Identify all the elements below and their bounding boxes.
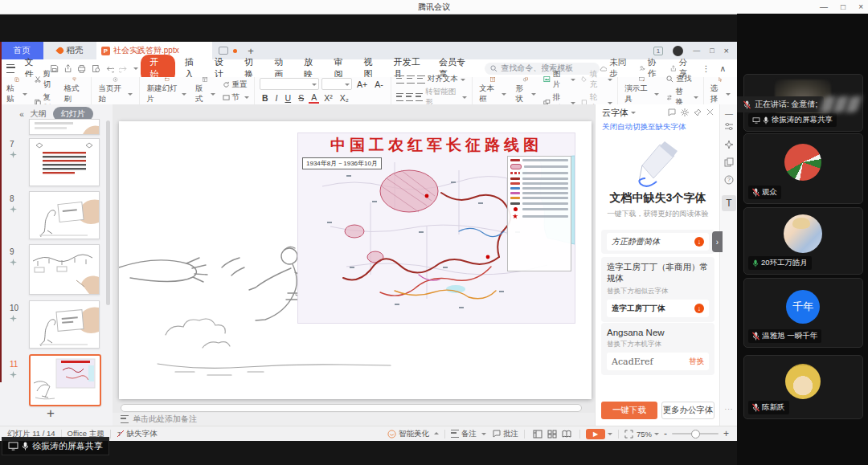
wps-close-button[interactable]: ×: [724, 46, 729, 55]
zoom-slider[interactable]: [672, 433, 719, 434]
quick-access-caret-icon[interactable]: [133, 67, 138, 72]
download-all-button[interactable]: 一键下载: [601, 402, 657, 419]
duplicate-icon[interactable]: [724, 157, 734, 167]
paste-button[interactable]: 粘贴: [3, 77, 31, 104]
long-march-map[interactable]: 中国工农红军长征路线图 1934年8月－1936年10月: [297, 133, 575, 324]
thumbnail-slide-6-partial[interactable]: [29, 119, 100, 135]
thumbnail-slide-7[interactable]: [29, 138, 100, 186]
strip-handle-icon[interactable]: —: [720, 109, 738, 118]
smart-beautify-button[interactable]: 智能美化: [387, 429, 439, 439]
textbox-button[interactable]: 文本框: [476, 77, 510, 104]
pin-icon[interactable]: [694, 108, 702, 116]
font-card[interactable]: 方正静蕾简体 ↓: [601, 230, 714, 254]
collapse-ribbon-icon[interactable]: ∧: [719, 63, 726, 73]
panel-collapse-button[interactable]: «: [19, 110, 24, 119]
play-options-caret-icon[interactable]: [608, 433, 612, 438]
help-icon[interactable]: ?: [724, 175, 734, 185]
superscript-button[interactable]: X²: [321, 93, 335, 103]
grow-font-button[interactable]: A+: [354, 80, 370, 89]
effects-star-icon[interactable]: [724, 140, 734, 149]
missing-font-status[interactable]: T 缺失字体: [117, 429, 158, 439]
new-slide-button[interactable]: 新建幻灯片: [143, 77, 190, 104]
font-color-button[interactable]: A: [309, 92, 319, 104]
collaborate-button[interactable]: 协作: [639, 57, 661, 80]
account-avatar[interactable]: [673, 46, 683, 56]
align-right-icon[interactable]: [416, 93, 423, 101]
subscript-button[interactable]: X₂: [338, 93, 351, 103]
auto-switch-link[interactable]: 关闭自动切换至缺失字体: [602, 122, 686, 133]
current-slide[interactable]: 中国工农红军长征路线图 1934年8月－1936年10月: [119, 121, 592, 399]
close-button[interactable]: ×: [858, 2, 863, 11]
reset-button[interactable]: 重置: [221, 80, 252, 90]
play-from-current-button[interactable]: 当页开始: [95, 77, 136, 104]
more-fonts-button[interactable]: 更多办公字体: [661, 402, 714, 419]
print-icon[interactable]: [77, 63, 86, 74]
fit-window-icon[interactable]: [624, 430, 633, 438]
add-slide-button[interactable]: +: [47, 406, 55, 422]
font-size-select[interactable]: [321, 78, 352, 90]
find-button[interactable]: 查找: [665, 74, 699, 84]
wps-minimize-button[interactable]: —: [693, 47, 700, 55]
italic-button[interactable]: I: [273, 93, 280, 103]
redo-icon[interactable]: [119, 63, 128, 74]
participant-tile[interactable]: 陈新跃: [743, 355, 863, 419]
notes-bar[interactable]: 单击此处添加备注: [113, 413, 603, 426]
minimize-button[interactable]: —: [820, 2, 828, 11]
align-center-icon[interactable]: [406, 93, 413, 101]
download-font-icon[interactable]: ↓: [694, 237, 704, 247]
slide-sorter-icon[interactable]: [547, 430, 557, 438]
horizontal-scrollbar[interactable]: [121, 404, 582, 412]
properties-icon[interactable]: [724, 122, 734, 132]
gear-icon[interactable]: [681, 108, 689, 116]
slideshow-play-button[interactable]: ▶: [586, 429, 605, 439]
underline-button[interactable]: U: [283, 93, 294, 103]
zoom-level[interactable]: 75%: [637, 430, 652, 438]
comments-button[interactable]: 批注: [493, 429, 518, 439]
thumbnail-slide-10[interactable]: [29, 300, 100, 349]
more-menu-icon[interactable]: ⋮: [702, 63, 710, 73]
shape-button[interactable]: 形状: [512, 77, 539, 104]
outline-tab[interactable]: 大纲: [31, 108, 47, 120]
picture-button[interactable]: 图片: [542, 69, 577, 90]
thumbnail-slide-9[interactable]: [29, 244, 100, 295]
participant-tile[interactable]: 20环工万皓月: [743, 207, 863, 275]
strikethrough-button[interactable]: S: [296, 93, 306, 103]
window-count-badge[interactable]: 1: [653, 47, 663, 55]
fill-button[interactable]: 填充: [579, 69, 614, 90]
align-text-button[interactable]: 对齐文本: [428, 74, 465, 84]
font-name-select[interactable]: [260, 78, 319, 90]
zoom-out-button[interactable]: -: [664, 428, 667, 439]
bullets-icon[interactable]: [396, 75, 404, 84]
font-card[interactable]: 造字工房丁丁（非商用）常规体 替换下方相似云字体 造字工房丁丁体 ↓: [601, 257, 714, 322]
strip-more-icon[interactable]: ···: [720, 406, 738, 413]
zoom-in-button[interactable]: +: [723, 428, 729, 439]
shrink-font-button[interactable]: A-: [372, 80, 386, 89]
section-button[interactable]: 节: [221, 92, 252, 103]
cut-button[interactable]: 剪切: [33, 69, 59, 90]
undo-icon[interactable]: [105, 63, 114, 74]
notes-button[interactable]: 备注: [451, 429, 486, 439]
zoom-slider-knob[interactable]: [691, 430, 700, 438]
normal-view-icon[interactable]: [533, 430, 542, 438]
wps-docer-tab[interactable]: 稻壳: [43, 42, 96, 59]
print-preview-icon[interactable]: [92, 63, 100, 74]
align-left-icon[interactable]: [396, 93, 403, 101]
wps-maximize-button[interactable]: □: [710, 47, 714, 55]
presentation-tools-button[interactable]: 演示工具: [621, 77, 662, 104]
replace-font-link[interactable]: 替换: [689, 357, 704, 367]
font-card[interactable]: Angsana New 替换下方本机字体 AcadEref 替换: [601, 323, 714, 375]
select-button[interactable]: 选择: [707, 77, 734, 104]
bold-button[interactable]: B: [260, 93, 271, 103]
participant-tile[interactable]: 千年 温雅旭 一瞬千年: [743, 278, 863, 348]
download-font-icon[interactable]: ↓: [694, 304, 704, 313]
line-spacing-icon[interactable]: [417, 75, 425, 84]
panel-title-caret-icon[interactable]: [631, 112, 636, 116]
feedback-icon[interactable]: [668, 108, 676, 116]
maximize-button[interactable]: □: [841, 2, 845, 11]
text-tool-tab[interactable]: T: [722, 195, 736, 211]
format-painter-button[interactable]: 格式刷: [60, 77, 88, 104]
layout-button[interactable]: 版式: [192, 77, 219, 104]
reading-view-icon[interactable]: [562, 430, 571, 438]
panel-collapse-arrow[interactable]: ›: [712, 231, 723, 252]
numbering-icon[interactable]: [407, 75, 415, 84]
